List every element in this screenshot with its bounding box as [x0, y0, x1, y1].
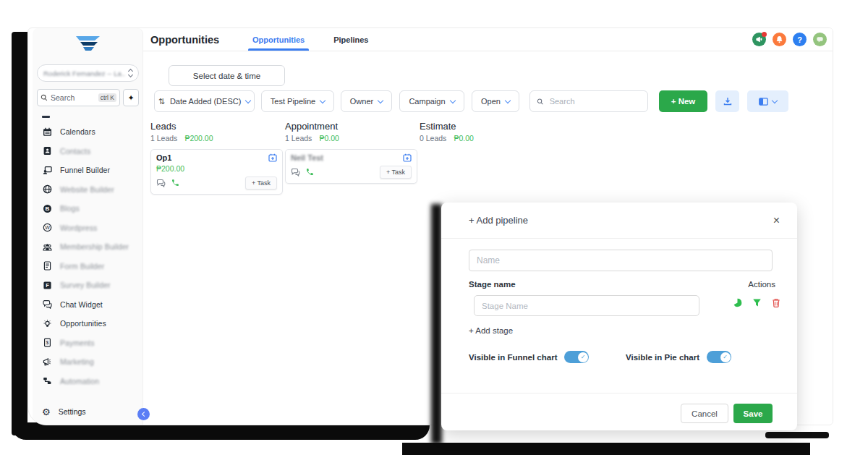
sidebar-item-opportunities[interactable]: Opportunities — [33, 314, 142, 333]
sidebar-item-automation[interactable]: Automation — [33, 372, 142, 391]
add-task-button[interactable]: + Task — [380, 166, 412, 179]
status-dropdown[interactable]: Open — [472, 90, 519, 112]
chevron-down-icon — [378, 97, 383, 103]
calendar-plus-icon[interactable] — [403, 153, 412, 162]
search-placeholder: Search — [51, 93, 95, 102]
add-pipeline-modal: + Add pipeline × Stage name Actions + Ad… — [441, 203, 797, 430]
cancel-button[interactable]: Cancel — [681, 404, 728, 423]
close-icon[interactable]: × — [773, 215, 780, 226]
sort-dropdown[interactable]: ⇅ Date Added (DESC) — [154, 90, 255, 112]
select-date-button[interactable]: Select date & time — [169, 65, 285, 86]
kanban-column-leads: Leads 1 Leads ₱200.00 Op1 ₱200.00 + Task — [150, 121, 283, 195]
export-button[interactable] — [715, 90, 739, 112]
phone-icon[interactable] — [171, 179, 179, 187]
funnel-toggle-label: Visible in Funnel chart — [469, 353, 557, 362]
chevron-down-icon — [320, 97, 326, 103]
opportunity-search[interactable] — [529, 90, 648, 112]
sidebar-item-payments[interactable]: $ Payments — [33, 333, 142, 353]
columns-icon — [759, 98, 768, 106]
search-input[interactable] — [550, 97, 641, 106]
funnel-icon[interactable] — [752, 298, 762, 307]
notifications-button[interactable] — [773, 33, 786, 46]
sidebar-item-label: Automation — [60, 377, 99, 386]
stage-name-input[interactable] — [474, 295, 699, 316]
announcements-button[interactable] — [752, 33, 766, 46]
owner-label: Owner — [350, 97, 373, 106]
message-icon[interactable] — [291, 168, 300, 177]
sidebar-item-label: Contacts — [60, 147, 90, 156]
sort-icon: ⇅ — [158, 97, 165, 106]
column-amount: ₱0.00 — [319, 134, 339, 143]
chevron-left-icon — [142, 412, 147, 417]
campaign-dropdown[interactable]: Campaign — [399, 90, 464, 112]
tab-pipelines[interactable]: Pipelines — [329, 28, 373, 51]
sidebar-item-membership-builder[interactable]: Membership Builder — [33, 237, 142, 257]
sidebar-item-blogs[interactable]: B Blogs — [33, 199, 142, 218]
sidebar-item-form-builder[interactable]: Form Builder — [33, 257, 142, 276]
sidebar-item-contacts[interactable]: Contacts — [33, 142, 142, 161]
sidebar-item-wordpress[interactable]: W Wordpress — [33, 218, 142, 238]
automation-icon — [42, 376, 52, 386]
download-icon — [723, 97, 732, 106]
survey-icon: F — [42, 280, 52, 290]
chat-support-button[interactable] — [813, 33, 827, 46]
pie-chart-icon[interactable] — [733, 298, 742, 307]
opportunity-card[interactable]: Op1 ₱200.00 + Task — [150, 149, 283, 195]
megaphone-icon — [42, 357, 52, 367]
wordpress-icon: W — [42, 223, 52, 233]
select-date-label: Select date & time — [193, 72, 260, 80]
kanban-column-appointment: Appointment 1 Leads ₱0.00 Neil Test + Ta… — [285, 121, 417, 184]
sidebar-item-funnel-builder[interactable]: Funnel Builder — [33, 161, 142, 180]
column-title: Leads — [150, 121, 283, 132]
pie-chart-toggle[interactable]: ✓ — [707, 351, 731, 363]
ai-spark-button[interactable]: ✦ — [123, 89, 139, 106]
pipeline-dropdown[interactable]: Test Pipeline — [261, 90, 334, 112]
sidebar-item-survey-builder[interactable]: F Survey Builder — [33, 276, 142, 295]
pipeline-label: Test Pipeline — [271, 97, 315, 106]
add-stage-button[interactable]: + Add stage — [469, 326, 513, 335]
account-selector[interactable]: Roderick Fernandez -- La... — [37, 64, 139, 82]
sidebar-item-website-builder[interactable]: Website Builder — [33, 180, 142, 200]
actions-label: Actions — [748, 280, 775, 289]
help-button[interactable]: ? — [793, 33, 807, 46]
window-shadow-left — [12, 32, 27, 435]
phone-icon[interactable] — [305, 168, 314, 177]
sidebar-item-chat-widget[interactable]: Chat Widget — [33, 295, 142, 315]
toggle-check-icon: ✓ — [578, 352, 588, 362]
column-amount: ₱0.00 — [454, 134, 473, 143]
bulb-icon — [42, 318, 52, 328]
save-button[interactable]: Save — [733, 404, 773, 423]
column-count: 1 Leads — [285, 134, 312, 143]
sidebar-search-input[interactable]: Search ctrl K — [37, 89, 120, 106]
contacts-icon — [42, 146, 52, 156]
funnel-chart-toggle[interactable]: ✓ — [564, 351, 589, 363]
card-title: Op1 — [156, 153, 268, 162]
svg-text:F: F — [46, 282, 49, 289]
chevron-down-icon — [449, 97, 455, 103]
svg-text:W: W — [45, 225, 50, 230]
calendar-plus-icon[interactable] — [268, 153, 277, 162]
modal-title: + Add pipeline — [469, 215, 528, 226]
screenshot-canvas: Roderick Fernandez -- La... Search ctrl … — [0, 0, 868, 455]
opportunity-card[interactable]: Neil Test + Task — [285, 149, 417, 184]
trash-icon[interactable] — [772, 298, 780, 307]
owner-dropdown[interactable]: Owner — [341, 90, 392, 112]
sidebar-item-label: Survey Builder — [60, 281, 111, 289]
pipeline-name-input[interactable] — [469, 250, 773, 271]
add-task-button[interactable]: + Task — [245, 177, 277, 190]
view-options-button[interactable] — [747, 90, 788, 112]
new-opportunity-button[interactable]: + New — [659, 90, 707, 112]
sidebar-collapse-button[interactable] — [137, 408, 150, 420]
sidebar-item-calendars[interactable]: Calendars — [33, 122, 142, 142]
tab-opportunities[interactable]: Opportunities — [248, 28, 309, 51]
sidebar-item-label: Settings — [59, 407, 86, 416]
message-icon[interactable] — [156, 179, 166, 187]
sidebar-item-settings[interactable]: ⚙ Settings — [33, 402, 142, 421]
search-shortcut: ctrl K — [98, 93, 116, 102]
sidebar-item-marketing[interactable]: Marketing — [33, 352, 142, 372]
stage-name-label: Stage name — [469, 280, 516, 289]
payments-icon: $ — [42, 338, 52, 348]
sidebar-dash-item[interactable] — [42, 116, 50, 118]
sidebar-nav: Calendars Contacts Funnel Builder Websit… — [33, 122, 142, 391]
search-icon — [41, 94, 48, 101]
